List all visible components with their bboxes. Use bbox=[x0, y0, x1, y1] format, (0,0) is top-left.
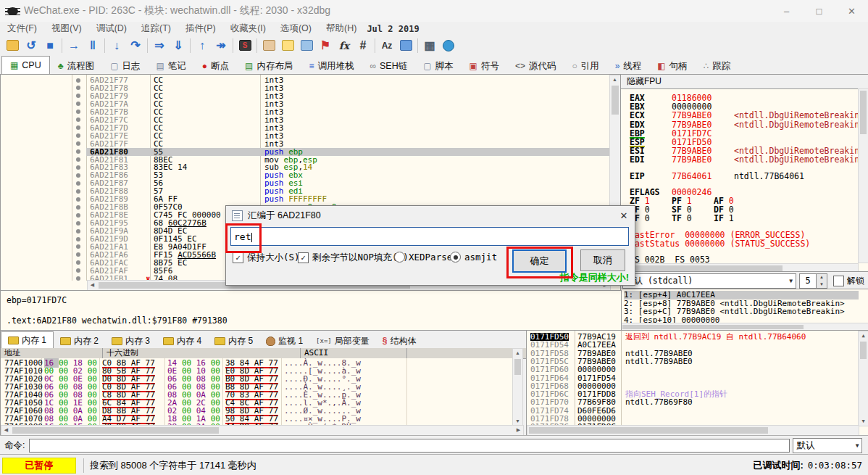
register-row[interactable]: EDI77B9ABE0<ntdll.DbgUiRemoteBreakin> bbox=[630, 155, 864, 164]
calculator-icon[interactable]: ▦ bbox=[420, 37, 439, 54]
breakpoint-dot-icon[interactable] bbox=[76, 102, 80, 106]
register-row[interactable]: EBP0171FD7C bbox=[630, 129, 734, 138]
breakpoint-dot-icon[interactable] bbox=[76, 181, 80, 186]
minimize-button[interactable]: – bbox=[770, 0, 803, 22]
tab-笔记[interactable]: ▤笔记 bbox=[148, 57, 193, 75]
register-row[interactable]: ZF 1PF 1AF 0 bbox=[630, 197, 756, 205]
breakpoint-dot-icon[interactable] bbox=[76, 229, 80, 234]
strings-icon[interactable]: S bbox=[235, 37, 254, 54]
breakpoint-dot-icon[interactable] bbox=[76, 205, 80, 210]
command-profile-select[interactable]: 默认 ▼ bbox=[793, 438, 862, 453]
assemble-instruction-input[interactable]: ret bbox=[230, 227, 629, 246]
breakpoint-dot-icon[interactable] bbox=[76, 125, 80, 130]
breakpoint-dot-icon[interactable] bbox=[76, 110, 80, 114]
calling-convention-select[interactable]: 默认 (stdcall)▼ bbox=[622, 273, 796, 289]
breakpoint-dot-icon[interactable] bbox=[76, 197, 80, 202]
tab-CPU[interactable]: ▦CPU bbox=[1, 56, 50, 75]
comments-icon[interactable] bbox=[278, 37, 297, 54]
step-into-icon[interactable]: ↓ bbox=[107, 37, 126, 54]
run-to-user-code-icon[interactable]: ⇓ bbox=[169, 37, 188, 54]
run-until-expression-icon[interactable]: ↠ bbox=[212, 37, 230, 54]
tab-SEH链[interactable]: ∞SEH链 bbox=[362, 57, 415, 75]
tab-源代码[interactable]: <>源代码 bbox=[507, 57, 564, 75]
tab-线程[interactable]: »线程 bbox=[607, 57, 650, 75]
dump-tab-内存 2[interactable]: 内存 2 bbox=[54, 333, 105, 349]
breakpoint-dot-icon[interactable] bbox=[76, 149, 80, 154]
xedparse-radio[interactable]: XEDParse bbox=[394, 252, 452, 263]
unlock-checkbox[interactable] bbox=[833, 276, 844, 286]
tab-断点[interactable]: ●断点 bbox=[194, 57, 237, 75]
breakpoint-dot-icon[interactable] bbox=[76, 141, 80, 146]
breakpoint-dot-icon[interactable] bbox=[76, 260, 80, 265]
menu-item[interactable]: 调试(D) bbox=[89, 22, 134, 35]
registers-panel[interactable]: 隐藏FPU EAX01186000EBX00000000ECX77B9ABE0<… bbox=[620, 74, 868, 290]
dump-tab-局部变量[interactable]: [x=]局部变量 bbox=[309, 333, 376, 349]
step-out-icon[interactable]: ↑ bbox=[193, 37, 212, 54]
pause-icon[interactable]: ‖ bbox=[83, 37, 102, 54]
command-input[interactable] bbox=[29, 439, 790, 453]
breakpoint-dot-icon[interactable] bbox=[76, 173, 80, 178]
register-row[interactable]: ESP0171FD50 bbox=[630, 138, 734, 146]
patches-icon[interactable] bbox=[259, 37, 278, 54]
run-icon[interactable]: → bbox=[64, 37, 83, 54]
disasm-row[interactable]: 6AD21F7ECCint3 bbox=[1, 132, 621, 140]
dump-tab-结构体[interactable]: §结构体 bbox=[376, 333, 423, 349]
open-folder-icon[interactable] bbox=[3, 37, 22, 54]
breakpoint-dot-icon[interactable] bbox=[76, 189, 80, 194]
globe-icon[interactable] bbox=[439, 37, 458, 54]
dump-tab-内存 1[interactable]: 内存 1 bbox=[1, 331, 54, 349]
arg-count-spinner[interactable]: 5 bbox=[799, 273, 817, 289]
register-row[interactable]: OF 0SF 0DF 0 bbox=[630, 205, 756, 214]
menu-item[interactable]: 收藏夹(I) bbox=[223, 22, 273, 35]
menu-item[interactable]: 追踪(T) bbox=[134, 22, 178, 35]
breakpoint-dot-icon[interactable] bbox=[76, 213, 80, 218]
breakpoint-dot-icon[interactable] bbox=[76, 244, 80, 249]
tab-调用堆栈[interactable]: ≡调用堆栈 bbox=[301, 57, 362, 75]
appearance-icon[interactable]: Az bbox=[377, 37, 396, 54]
step-over-icon[interactable]: ↷ bbox=[126, 37, 145, 54]
menu-item[interactable]: 文件(F) bbox=[0, 22, 44, 35]
register-row[interactable]: ESI77B9ABE0<ntdll.DbgUiRemoteBreakin> bbox=[630, 146, 864, 155]
register-row[interactable]: EDX77B9ABE0<ntdll.DbgUiRemoteBreakin> bbox=[630, 120, 864, 129]
breakpoint-dot-icon[interactable] bbox=[76, 268, 80, 273]
notify-phone-icon[interactable] bbox=[396, 37, 415, 54]
stack-hscrollbar[interactable] bbox=[527, 425, 859, 436]
argument-row[interactable]: 3: [esp+C] 77B9ABE0 <ntdll.DbgUiRemoteBr… bbox=[624, 307, 859, 316]
tab-内存布局[interactable]: ▤内存布局 bbox=[237, 57, 301, 75]
tab-脚本[interactable]: ▢脚本 bbox=[415, 57, 461, 75]
menu-item[interactable]: 视图(V) bbox=[44, 22, 89, 35]
breakpoint-dot-icon[interactable] bbox=[76, 237, 80, 241]
dump-tab-内存 5[interactable]: 内存 5 bbox=[208, 333, 259, 349]
tab-引用[interactable]: ○引用 bbox=[564, 57, 606, 75]
labels-icon[interactable] bbox=[297, 37, 316, 54]
tab-流程图[interactable]: ♣流程图 bbox=[50, 57, 102, 75]
dump-hscrollbar[interactable]: ◀ ▶ bbox=[1, 425, 524, 436]
restart-icon[interactable]: ↺ bbox=[22, 37, 41, 54]
menu-item[interactable]: 选项(O) bbox=[273, 22, 319, 35]
stack-vscrollbar[interactable]: ▲ ▼ bbox=[858, 331, 868, 426]
tab-句柄[interactable]: ◧句柄 bbox=[649, 57, 695, 75]
dialog-close-icon[interactable]: ✕ bbox=[617, 209, 630, 222]
arg-count-spinner-buttons[interactable]: ▲▼ bbox=[817, 273, 827, 289]
breakpoint-dot-icon[interactable] bbox=[76, 117, 80, 122]
breakpoint-dot-icon[interactable] bbox=[76, 157, 80, 162]
register-row[interactable]: EAX01186000 bbox=[630, 94, 734, 102]
cancel-button[interactable]: 取消 bbox=[580, 249, 625, 271]
functions-icon[interactable]: fx bbox=[335, 37, 354, 54]
breakpoint-dot-icon[interactable] bbox=[76, 165, 80, 170]
stack-panel[interactable]: 0171FD5077B9AC19返回到 ntdll.77B9AC19 自 ntd… bbox=[526, 330, 868, 437]
tab-日志[interactable]: ▢日志 bbox=[102, 57, 148, 75]
menu-item[interactable]: 插件(P) bbox=[178, 22, 223, 35]
register-row[interactable]: EBX00000000 bbox=[630, 102, 734, 111]
bookmarks-icon[interactable]: ⚑ bbox=[316, 37, 335, 54]
register-row[interactable]: EIP77B64061ntdll.77B64061 bbox=[630, 172, 804, 181]
keep-size-checkbox[interactable]: ✓ 保持大小(S) bbox=[233, 252, 300, 264]
tab-跟踪[interactable]: ∴跟踪 bbox=[696, 57, 739, 75]
register-row[interactable]: LastError 00000000 (ERROR_SUCCESS) bbox=[630, 231, 805, 239]
breakpoint-dot-icon[interactable] bbox=[76, 94, 80, 98]
breakpoint-dot-icon[interactable] bbox=[76, 221, 80, 226]
arguments-panel[interactable]: 1: [esp+4] A0C17EEA2: [esp+8] 77B9ABE0 <… bbox=[620, 289, 868, 331]
register-row[interactable]: EFLAGS00000246 bbox=[630, 188, 734, 197]
menu-item[interactable]: 帮助(H) bbox=[319, 22, 364, 35]
disasm-row[interactable]: 6AD21F7FCCint3 bbox=[1, 140, 621, 148]
